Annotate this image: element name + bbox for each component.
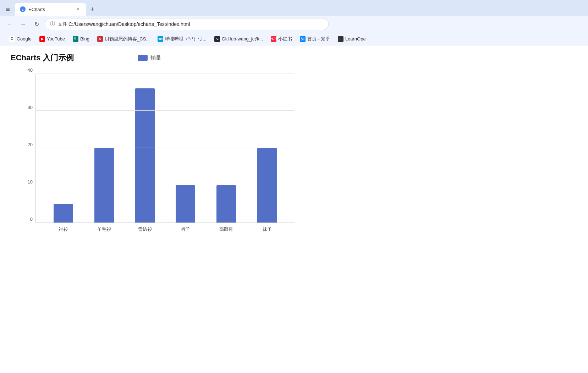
bar-label-羊毛衫: 羊毛衫 <box>97 226 111 232</box>
bookmark-zhihu[interactable]: 知 首页 - 知乎 <box>296 35 334 43</box>
bookmark-label-youtube: YouTube <box>47 36 65 42</box>
tab-bar: E ECharts × + <box>0 0 588 16</box>
tab-title: ECharts <box>28 7 72 12</box>
bookmark-favicon-google: G <box>9 36 15 42</box>
chart-title: ECharts 入门示例 <box>11 53 74 63</box>
bar-羊毛衫 <box>94 148 114 223</box>
grid-line-40 <box>36 73 295 73</box>
address-bar[interactable]: ⓘ 文件 C:/Users/wangjichuan/Desktop/echart… <box>45 18 329 30</box>
bookmark-label-xiaohongshu: 小红书 <box>278 36 292 42</box>
bar-label-衬衫: 衬衫 <box>59 226 68 232</box>
new-tab-button[interactable]: + <box>87 4 97 14</box>
y-axis: 403020100 <box>18 74 35 223</box>
y-label-10: 10 <box>28 179 33 185</box>
bookmark-favicon-github: ⌥ <box>214 36 220 42</box>
bookmark-label-zhihu: 首页 - 知乎 <box>307 36 330 42</box>
chart-legend: 销量 <box>138 55 161 61</box>
url-text: C:/Users/wangjichuan/Desktop/echarts_Tes… <box>68 21 190 27</box>
active-tab[interactable]: E ECharts × <box>15 3 86 16</box>
bar-袜子 <box>257 148 277 223</box>
refresh-button[interactable]: ↻ <box>31 19 42 29</box>
page-content: ECharts 入门示例 销量 403020100 衬衫羊毛衫雪纺衫裤子高跟鞋袜… <box>0 45 588 373</box>
bookmark-favicon-zhihu: 知 <box>300 36 306 42</box>
bar-chart: 403020100 衬衫羊毛衫雪纺衫裤子高跟鞋袜子 <box>18 70 295 241</box>
chart-header: ECharts 入门示例 销量 <box>11 53 577 63</box>
bookmark-label-bing: Bing <box>80 36 89 42</box>
bar-label-袜子: 袜子 <box>263 226 272 232</box>
bar-衬衫 <box>54 204 73 223</box>
bookmark-label-learnope: LearnOpe <box>345 36 366 42</box>
bookmark-label-bilibili: 哔哩哔哩（°-°）つ... <box>165 36 207 42</box>
bookmark-favicon-bilibili: bili <box>158 36 163 42</box>
bar-label-高跟鞋: 高跟鞋 <box>219 226 233 232</box>
bar-group: 高跟鞋 <box>206 74 247 223</box>
bookmark-google[interactable]: G Google <box>6 35 35 43</box>
y-label-40: 40 <box>28 67 33 73</box>
bookmark-favicon-youtube: ▶ <box>39 36 45 42</box>
bar-label-雪纺衫: 雪纺衫 <box>138 226 152 232</box>
back-icon: ← <box>7 21 12 27</box>
bookmark-xiaohongshu[interactable]: 小红书 小红书 <box>267 35 296 43</box>
bookmark-learnope[interactable]: L LearnOpe <box>334 35 369 43</box>
tab-close-button[interactable]: × <box>75 6 81 12</box>
tab-list-button[interactable] <box>3 4 13 14</box>
bookmark-favicon-csdn: C <box>97 36 103 42</box>
bookmark-bilibili[interactable]: bili 哔哩哔哩（°-°）つ... <box>154 35 210 43</box>
svg-text:E: E <box>22 8 24 11</box>
bookmark-favicon-bing: 🔍 <box>73 36 78 42</box>
bookmark-label-github: GitHub-wang_jc@... <box>222 36 263 42</box>
bar-group: 裤子 <box>165 74 206 223</box>
refresh-icon: ↻ <box>34 21 39 28</box>
bookmark-csdn[interactable]: C 贝勒里恩的博客_CS... <box>94 35 153 43</box>
bar-group: 羊毛衫 <box>84 74 125 223</box>
y-label-30: 30 <box>28 105 33 110</box>
y-label-20: 20 <box>28 142 33 147</box>
bar-高跟鞋 <box>216 185 236 223</box>
browser-chrome: E ECharts × + ← → ↻ ⓘ 文件 C:/Users/wangji… <box>0 0 588 45</box>
bars-container: 衬衫羊毛衫雪纺衫裤子高跟鞋袜子 <box>36 74 295 223</box>
bar-label-裤子: 裤子 <box>181 226 190 232</box>
info-icon: ⓘ <box>50 21 55 27</box>
bar-group: 袜子 <box>247 74 287 223</box>
back-button[interactable]: ← <box>4 19 15 29</box>
address-bar-row: ← → ↻ ⓘ 文件 C:/Users/wangjichuan/Desktop/… <box>0 16 588 33</box>
bookmark-label-csdn: 贝勒里恩的博客_CS... <box>105 36 150 42</box>
grid-line-20 <box>36 148 295 148</box>
bar-group: 雪纺衫 <box>125 74 165 223</box>
bookmark-favicon-learnope: L <box>338 36 344 42</box>
bar-雪纺衫 <box>135 88 155 223</box>
bookmark-bing[interactable]: 🔍 Bing <box>69 35 93 43</box>
legend-color-box <box>138 55 148 61</box>
bar-裤子 <box>176 185 195 223</box>
bookmark-github[interactable]: ⌥ GitHub-wang_jc@... <box>211 35 267 43</box>
forward-button[interactable]: → <box>18 19 28 29</box>
legend-label: 销量 <box>150 55 161 61</box>
grid-line-10 <box>36 185 295 185</box>
y-label-0: 0 <box>30 216 33 222</box>
bookmarks-bar: G Google ▶ YouTube 🔍 Bing C 贝勒里恩的博客_CS..… <box>0 33 588 45</box>
bookmark-youtube[interactable]: ▶ YouTube <box>36 35 68 43</box>
bookmark-label-google: Google <box>17 36 32 42</box>
bookmark-favicon-xiaohongshu: 小红书 <box>271 36 276 42</box>
grid-line-30 <box>36 110 295 111</box>
forward-icon: → <box>20 21 26 27</box>
file-label: 文件 <box>58 21 67 27</box>
tab-favicon: E <box>20 6 26 12</box>
bar-group: 衬衫 <box>43 74 84 223</box>
chart-plot: 衬衫羊毛衫雪纺衫裤子高跟鞋袜子 <box>35 74 295 223</box>
